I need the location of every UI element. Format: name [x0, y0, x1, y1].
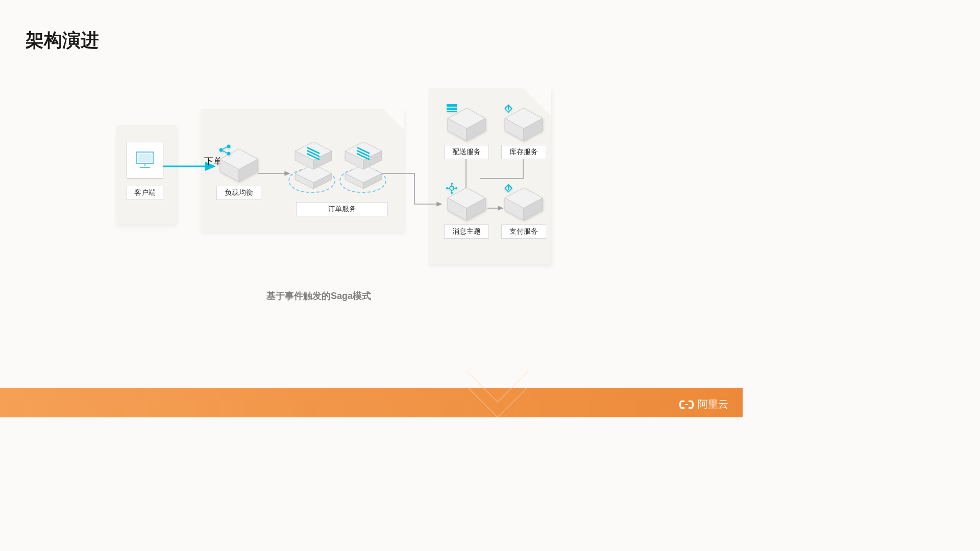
- svg-rect-31: [685, 404, 688, 405]
- server-stack-icon: [293, 139, 334, 190]
- label-client: 客户端: [127, 186, 163, 200]
- svg-rect-5: [138, 154, 152, 162]
- footer-decor-icon: [457, 366, 538, 417]
- cube-icon: [446, 187, 487, 221]
- cube-icon: [503, 187, 545, 221]
- node-payment: 支付服务: [501, 187, 546, 239]
- diagram-caption: 基于事件触发的Saga模式: [266, 290, 371, 302]
- node-mq: 消息主题: [444, 187, 489, 239]
- label-order: 订单服务: [296, 202, 388, 216]
- node-delivery: 配送服务: [444, 107, 489, 159]
- label-payment: 支付服务: [501, 224, 546, 239]
- cube-icon: [503, 107, 545, 142]
- server-stack-icon: [343, 139, 384, 190]
- node-inventory: 库存服务: [501, 107, 546, 159]
- architecture-diagram: 下单 客户端: [0, 0, 743, 306]
- aliyun-logo-icon: [679, 398, 694, 411]
- footer-brand: 阿里云: [679, 397, 728, 411]
- cube-icon: [446, 107, 487, 142]
- label-mq: 消息主题: [444, 224, 489, 239]
- node-order-stack-1: [293, 139, 334, 192]
- cube-icon: [218, 148, 260, 183]
- label-inventory: 库存服务: [501, 145, 546, 159]
- node-client: 客户端: [127, 142, 163, 200]
- label-lb: 负载均衡: [216, 186, 261, 200]
- label-order-wrap: 订单服务: [296, 199, 388, 216]
- footer-bar: 阿里云: [0, 388, 743, 417]
- monitor-icon: [135, 151, 155, 169]
- node-lb: 负载均衡: [216, 148, 261, 200]
- brand-text: 阿里云: [698, 397, 728, 411]
- label-delivery: 配送服务: [444, 145, 489, 159]
- node-order-stack-2: [343, 139, 384, 192]
